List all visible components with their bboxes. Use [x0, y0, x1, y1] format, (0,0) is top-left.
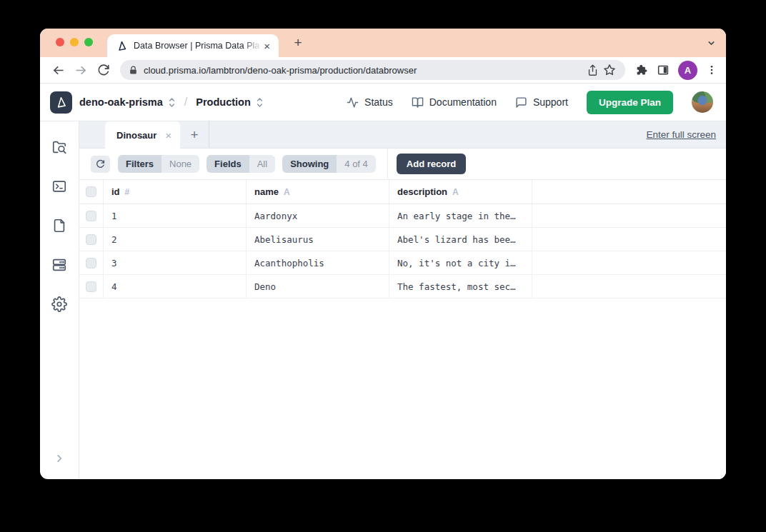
chevron-updown-icon [256, 97, 264, 108]
zoom-window-button[interactable] [84, 38, 93, 46]
environment-name: Production [196, 96, 251, 108]
sidebar-item-query-console[interactable] [51, 179, 67, 194]
documentation-link[interactable]: Documentation [412, 96, 497, 109]
sidebar-expand-chevron-icon[interactable] [40, 453, 79, 463]
tab-close-icon[interactable]: × [165, 130, 171, 141]
sidebar-item-databases[interactable] [51, 257, 67, 273]
fields-label: Fields [207, 155, 249, 173]
app-header: deno-oak-prisma / Production Status [40, 84, 726, 121]
add-tab-button[interactable]: + [180, 121, 209, 148]
browser-tab-title: Data Browser | Prisma Data Pla [134, 41, 262, 51]
column-header-name[interactable]: name A [247, 180, 389, 204]
forward-icon [71, 61, 90, 79]
close-window-button[interactable] [56, 38, 64, 46]
support-label: Support [533, 96, 568, 108]
new-tab-button[interactable]: + [289, 36, 307, 51]
gear-icon [51, 296, 67, 312]
extensions-puzzle-icon[interactable] [635, 64, 648, 76]
documentation-label: Documentation [429, 96, 497, 108]
refresh-icon [96, 159, 105, 169]
bookmark-star-icon[interactable] [601, 61, 618, 79]
table-header-row: id # name A description A [79, 180, 726, 204]
sidebar-item-settings[interactable] [51, 296, 67, 312]
showing-control[interactable]: Showing 4 of 4 [282, 155, 376, 173]
traffic-lights [56, 38, 93, 46]
cell-id[interactable]: 2 [104, 228, 247, 251]
row-checkbox[interactable] [86, 281, 96, 292]
cell-description[interactable]: The fastest, most sec… [389, 275, 532, 298]
back-icon[interactable] [49, 61, 67, 79]
row-checkbox-cell [79, 204, 104, 227]
tab-dinosaur[interactable]: Dinosaur × [105, 121, 180, 149]
project-name: deno-oak-prisma [79, 96, 163, 108]
user-avatar[interactable] [692, 91, 713, 113]
prisma-logo[interactable] [50, 91, 72, 114]
table-row: 1 Aardonyx An early stage in the… [79, 204, 726, 228]
side-panel-icon[interactable] [657, 64, 670, 76]
cell-id[interactable]: 3 [104, 251, 247, 274]
header-nav: Status Documentation Support Upgrade Pla… [347, 91, 713, 114]
row-checkbox[interactable] [86, 211, 96, 221]
reload-icon[interactable] [94, 61, 113, 79]
cell-description[interactable]: Abel's lizard has bee… [389, 228, 532, 251]
row-checkbox[interactable] [86, 234, 96, 245]
model-tab-bar: Dinosaur × + Enter full screen [79, 121, 726, 149]
tab-divider [209, 121, 209, 148]
cell-id[interactable]: 4 [104, 275, 247, 298]
support-link[interactable]: Support [515, 96, 568, 109]
tab-search-chevron-icon[interactable] [707, 39, 716, 48]
environment-selector[interactable]: Production [196, 96, 264, 108]
header-checkbox-cell [79, 180, 104, 204]
toolbar-divider [387, 149, 388, 179]
browser-profile-avatar[interactable]: A [678, 61, 697, 80]
row-checkbox[interactable] [86, 258, 96, 268]
table-row: 2 Abelisaurus Abel's lizard has bee… [79, 228, 726, 251]
fields-value: All [249, 155, 275, 173]
server-stack-icon [51, 257, 67, 273]
upgrade-plan-button[interactable]: Upgrade Plan [587, 91, 673, 114]
grid-toolbar: Filters None Fields All Showing 4 of 4 A… [79, 149, 726, 180]
document-icon [51, 218, 67, 234]
cell-description[interactable]: No, it's not a city i… [389, 251, 532, 274]
row-checkbox-cell [79, 251, 104, 274]
sidebar-item-schema-viewer[interactable] [51, 218, 67, 234]
sidebar-item-data-browser[interactable] [51, 139, 67, 155]
chevron-updown-icon [168, 97, 176, 108]
cell-id[interactable]: 1 [104, 204, 247, 227]
column-header-description[interactable]: description A [389, 180, 532, 204]
lock-icon[interactable] [129, 66, 138, 75]
string-type-icon: A [452, 187, 459, 197]
prisma-favicon [116, 41, 127, 51]
tab-close-icon[interactable]: × [262, 41, 272, 51]
browser-tab[interactable]: Data Browser | Prisma Data Pla × [107, 34, 279, 57]
chrome-tab-strip: Data Browser | Prisma Data Pla × + [40, 29, 726, 57]
select-all-checkbox[interactable] [86, 186, 96, 197]
url-bar[interactable]: cloud.prisma.io/lambtron/deno-oak-prisma… [120, 60, 625, 80]
cell-description[interactable]: An early stage in the… [389, 204, 532, 227]
string-type-icon: A [284, 187, 290, 197]
column-label: description [397, 186, 447, 197]
fields-control[interactable]: Fields All [207, 155, 275, 173]
status-label: Status [364, 96, 393, 108]
share-icon[interactable] [584, 61, 601, 79]
more-menu-icon[interactable] [706, 64, 717, 76]
table-body: 1 Aardonyx An early stage in the… 2 Abel… [79, 204, 726, 298]
status-link[interactable]: Status [347, 96, 393, 109]
cell-name[interactable]: Acanthopholis [247, 251, 389, 274]
enter-full-screen-link[interactable]: Enter full screen [646, 129, 716, 140]
data-grid: id # name A description A 1 Aardonyx [79, 180, 726, 479]
refresh-button[interactable] [91, 156, 110, 173]
cell-name[interactable]: Deno [247, 275, 389, 298]
filters-control[interactable]: Filters None [118, 155, 199, 173]
column-header-id[interactable]: id # [104, 180, 247, 204]
cell-name[interactable]: Aardonyx [247, 204, 389, 227]
add-record-button[interactable]: Add record [397, 154, 466, 174]
filters-value: None [161, 155, 199, 173]
minimize-window-button[interactable] [70, 38, 79, 46]
row-checkbox-cell [79, 275, 104, 298]
breadcrumb-separator: / [184, 96, 187, 109]
column-label: name [254, 186, 279, 197]
project-selector[interactable]: deno-oak-prisma [79, 96, 176, 108]
folder-search-icon [51, 139, 67, 155]
cell-name[interactable]: Abelisaurus [247, 228, 389, 251]
